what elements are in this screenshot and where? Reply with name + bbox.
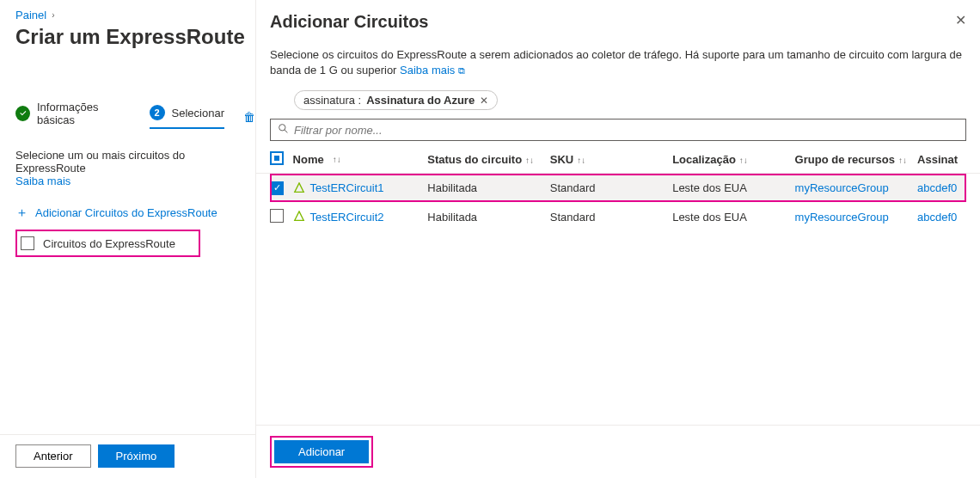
col-subscription[interactable]: Assinat bbox=[917, 153, 958, 166]
filter-area: assinatura : Assinatura do Azure ✕ bbox=[256, 78, 980, 141]
circuits-header-label: Circuitos do ExpressRoute bbox=[43, 237, 175, 250]
external-link-icon: ⧉ bbox=[458, 65, 465, 76]
col-name[interactable]: Nome bbox=[293, 153, 324, 166]
step-number-icon: 2 bbox=[150, 105, 165, 120]
divider bbox=[0, 434, 255, 435]
expressroute-icon bbox=[293, 182, 305, 194]
add-button-highlight: Adicionar bbox=[270, 436, 373, 468]
filter-chip-subscription[interactable]: assinatura : Assinatura do Azure ✕ bbox=[294, 90, 498, 110]
cell-location: Leste dos EUA bbox=[672, 181, 794, 194]
plus-icon: ＋ bbox=[15, 205, 28, 221]
cell-status: Habilitada bbox=[427, 211, 549, 224]
search-input-wrapper[interactable] bbox=[270, 119, 966, 141]
add-circuits-panel: Adicionar Circuitos ✕ Selecione os circu… bbox=[255, 0, 980, 478]
panel-description: Selecione os circuitos do ExpressRoute a… bbox=[256, 32, 980, 78]
svg-point-0 bbox=[279, 125, 285, 131]
prev-button[interactable]: Anterior bbox=[15, 444, 91, 468]
circuit-name-link[interactable]: TestERCircuit1 bbox=[310, 181, 384, 194]
page-title: Criar um ExpressRoute bbox=[15, 25, 255, 49]
search-input[interactable] bbox=[294, 124, 959, 137]
chip-value: Assinatura do Azure bbox=[366, 94, 475, 107]
add-circuits-link[interactable]: ＋ Adicionar Circuitos do ExpressRoute bbox=[15, 205, 255, 221]
circuits-table: Nome↑↓ Status do circuito↑↓ SKU↑↓ Locali… bbox=[256, 146, 980, 232]
cell-status: Habilitada bbox=[427, 181, 549, 194]
col-location[interactable]: Localização bbox=[672, 153, 736, 166]
resource-group-link[interactable]: myResourceGroup bbox=[795, 181, 889, 194]
table-row[interactable]: ✓ TestERCircuit1 Habilitada Standard Les… bbox=[270, 174, 966, 202]
cell-location: Leste dos EUA bbox=[672, 211, 794, 224]
resource-group-link[interactable]: myResourceGroup bbox=[795, 211, 889, 224]
tab-basic-info[interactable]: Informações básicas bbox=[15, 101, 134, 133]
col-status[interactable]: Status do circuito bbox=[427, 153, 522, 166]
wizard-tabs: Informações básicas 2 Selecionar 🗑 bbox=[15, 101, 255, 133]
sort-icon: ↑↓ bbox=[333, 155, 341, 164]
add-link-label: Adicionar Circuitos do ExpressRoute bbox=[35, 206, 217, 219]
table-header: Nome↑↓ Status do circuito↑↓ SKU↑↓ Locali… bbox=[256, 146, 980, 174]
subscription-link[interactable]: abcdef0 bbox=[917, 181, 957, 194]
table-row[interactable]: TestERCircuit2 Habilitada Standard Leste… bbox=[256, 202, 980, 232]
chip-label: assinatura : bbox=[303, 94, 361, 107]
circuit-name-link[interactable]: TestERCircuit2 bbox=[310, 211, 384, 224]
add-button[interactable]: Adicionar bbox=[274, 440, 369, 463]
wizard-nav-buttons: Anterior Próximo bbox=[15, 444, 175, 468]
search-icon bbox=[278, 123, 289, 137]
tab-label: Informações básicas bbox=[37, 101, 134, 126]
learn-more-link[interactable]: Saiba mais bbox=[15, 175, 70, 187]
col-resource-group[interactable]: Grupo de recursos bbox=[795, 153, 895, 166]
panel-header: Adicionar Circuitos ✕ bbox=[256, 0, 980, 32]
subscription-link[interactable]: abcdef0 bbox=[917, 211, 957, 224]
chevron-right-icon: › bbox=[52, 10, 54, 20]
svg-line-1 bbox=[285, 131, 287, 133]
checkbox[interactable] bbox=[21, 236, 34, 250]
panel-learn-more-link[interactable]: Saiba mais ⧉ bbox=[400, 64, 465, 77]
sort-icon: ↑↓ bbox=[577, 156, 585, 165]
sort-icon: ↑↓ bbox=[739, 156, 748, 165]
sort-icon: ↑↓ bbox=[525, 156, 534, 165]
breadcrumb-root[interactable]: Painel bbox=[15, 9, 46, 21]
trash-icon[interactable]: 🗑 bbox=[243, 110, 255, 124]
tab-label: Selecionar bbox=[172, 107, 224, 120]
check-circle-icon bbox=[15, 106, 30, 121]
close-icon[interactable]: ✕ bbox=[955, 12, 966, 28]
cell-sku: Standard bbox=[550, 181, 672, 194]
panel-title: Adicionar Circuitos bbox=[270, 12, 428, 32]
circuits-header-row[interactable]: Circuitos do ExpressRoute bbox=[15, 230, 200, 257]
select-all-checkbox[interactable] bbox=[270, 151, 284, 165]
next-button[interactable]: Próximo bbox=[98, 444, 175, 468]
left-pane: Painel › Criar um ExpressRoute Informaçõ… bbox=[0, 0, 255, 478]
cell-sku: Standard bbox=[550, 211, 672, 224]
col-sku[interactable]: SKU bbox=[550, 153, 573, 166]
instruction-text: Selecione um ou mais circuitos do Expres… bbox=[15, 149, 255, 175]
breadcrumb: Painel › bbox=[15, 9, 255, 21]
row-checkbox[interactable]: ✓ bbox=[270, 181, 284, 195]
panel-footer: Adicionar bbox=[256, 425, 980, 478]
tab-select[interactable]: 2 Selecionar bbox=[150, 105, 224, 129]
row-checkbox[interactable] bbox=[270, 209, 284, 223]
chip-remove-icon[interactable]: ✕ bbox=[480, 95, 488, 107]
sort-icon: ↑↓ bbox=[898, 156, 907, 165]
expressroute-icon bbox=[293, 211, 305, 223]
